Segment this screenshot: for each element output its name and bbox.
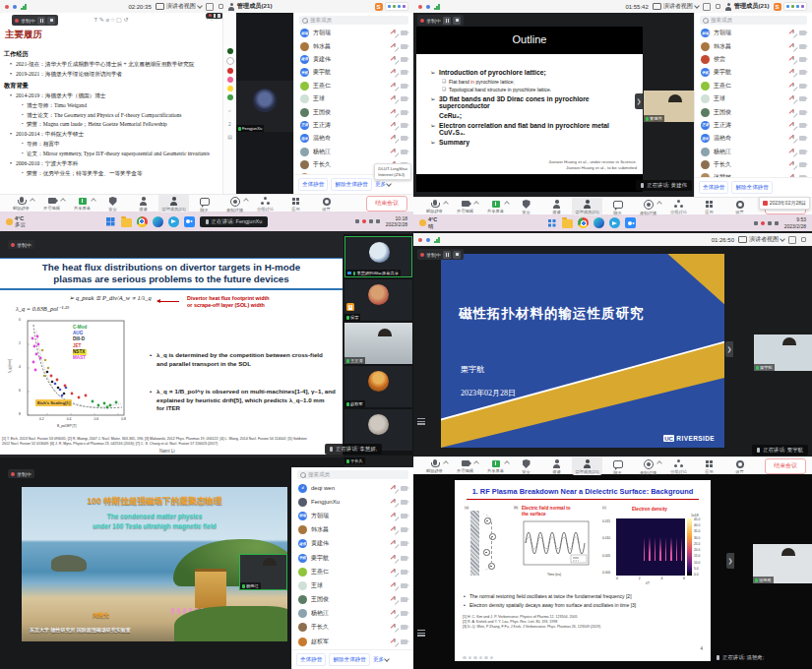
camera-off-icon[interactable] bbox=[401, 570, 407, 575]
toolbar-button[interactable]: 解除静音 bbox=[6, 194, 36, 213]
mic-off-icon[interactable] bbox=[392, 135, 397, 142]
mic-off-icon[interactable] bbox=[790, 161, 795, 168]
color-swatch[interactable] bbox=[227, 77, 233, 83]
toolbar-button[interactable]: 录制详情 bbox=[633, 197, 663, 215]
mic-off-icon[interactable] bbox=[790, 69, 795, 76]
pause-recording-button[interactable] bbox=[443, 17, 451, 25]
pause-recording-button[interactable] bbox=[37, 17, 45, 25]
camera-off-icon[interactable] bbox=[799, 96, 806, 101]
color-swatch[interactable] bbox=[227, 68, 233, 74]
camera-off-icon[interactable] bbox=[401, 123, 407, 128]
unmute-all-button[interactable]: 解除全体静音 bbox=[331, 178, 372, 191]
thumbnail-list-toggle[interactable] bbox=[417, 630, 425, 637]
search-input[interactable]: 搜索成员 bbox=[297, 470, 408, 479]
unmute-all-button[interactable]: 解除全体静音 bbox=[329, 653, 370, 666]
member-row[interactable]: 韩水昌 bbox=[695, 39, 812, 52]
sogou-input-toolbar[interactable]: S bbox=[774, 2, 808, 11]
mic-off-icon[interactable] bbox=[392, 624, 397, 631]
member-row[interactable]: 正涛 王正涛 bbox=[695, 119, 812, 132]
fullscreen-button[interactable] bbox=[788, 236, 796, 244]
color-swatch[interactable] bbox=[227, 94, 233, 100]
camera-off-icon[interactable] bbox=[799, 162, 806, 167]
toolbar-button[interactable]: 开启视频 bbox=[450, 456, 480, 475]
member-row[interactable]: 王国俊 bbox=[294, 105, 413, 118]
meeting-app-icon[interactable] bbox=[625, 217, 636, 228]
system-tray[interactable] bbox=[754, 221, 779, 225]
end-meeting-button[interactable]: 结束会议 bbox=[765, 458, 806, 474]
mic-off-icon[interactable] bbox=[790, 56, 795, 63]
mic-off-icon[interactable] bbox=[392, 43, 397, 50]
camera-off-icon[interactable] bbox=[799, 57, 806, 62]
mic-off-icon[interactable] bbox=[392, 596, 397, 603]
camera-off-icon[interactable] bbox=[799, 136, 806, 141]
camera-off-icon[interactable] bbox=[401, 500, 407, 505]
member-row[interactable]: 建伟 黄建伟 bbox=[294, 53, 413, 66]
windows-start-button[interactable] bbox=[105, 216, 116, 227]
member-row[interactable]: 宇航 栗宇航 bbox=[695, 66, 812, 79]
member-row[interactable]: 韩水昌 bbox=[292, 523, 413, 537]
file-explorer-icon[interactable] bbox=[562, 219, 573, 228]
camera-off-icon[interactable] bbox=[401, 136, 407, 141]
member-row[interactable]: 王燕仁 bbox=[292, 565, 413, 578]
camera-off-icon[interactable] bbox=[799, 30, 806, 35]
camera-off-icon[interactable] bbox=[401, 57, 407, 62]
presentation-controls[interactable] bbox=[463, 656, 493, 660]
camera-off-icon[interactable] bbox=[401, 110, 407, 115]
toolbar-button[interactable]: 分组讨论 bbox=[663, 197, 694, 215]
mic-off-icon[interactable] bbox=[392, 526, 397, 533]
member-row[interactable]: 赵权军 bbox=[292, 635, 413, 648]
camera-off-icon[interactable] bbox=[799, 44, 806, 49]
camera-off-icon[interactable] bbox=[401, 44, 407, 49]
member-row[interactable]: 建伟 黄建伟 bbox=[292, 537, 413, 551]
more-button[interactable]: 更多 bbox=[373, 656, 389, 664]
windows-start-button[interactable] bbox=[546, 217, 557, 228]
thumbnail-list-toggle[interactable] bbox=[417, 418, 425, 425]
pause-recording-button[interactable] bbox=[443, 251, 451, 259]
more-button[interactable]: 更多 bbox=[375, 181, 391, 189]
layout-selector[interactable]: 演讲者视图 bbox=[653, 2, 699, 11]
toolbar-button[interactable]: 邀请 bbox=[128, 194, 158, 213]
exit-fullscreen-button[interactable] bbox=[218, 3, 224, 10]
mic-off-icon[interactable] bbox=[392, 569, 397, 576]
sogou-input-toolbar[interactable]: S bbox=[375, 2, 409, 11]
camera-off-icon[interactable] bbox=[401, 30, 407, 35]
member-row[interactable]: 朝瑞 方朝瑞 bbox=[292, 509, 413, 522]
color-swatch[interactable] bbox=[227, 48, 233, 54]
mic-off-icon[interactable] bbox=[392, 639, 397, 645]
search-input[interactable]: 搜索成员 bbox=[700, 16, 807, 25]
mic-off-icon[interactable] bbox=[790, 30, 795, 36]
member-row[interactable]: 王燕仁 bbox=[294, 80, 413, 92]
mic-off-icon[interactable] bbox=[392, 149, 397, 155]
member-row[interactable]: 杨艳江 bbox=[294, 146, 413, 158]
toolbar-button[interactable]: 安全 bbox=[511, 197, 541, 215]
toolbar-button[interactable]: 共享屏幕 bbox=[480, 197, 511, 215]
zoom-tool-icon[interactable]: ⌕ bbox=[228, 107, 231, 114]
video-thumbnail[interactable]: 温艳奇 bbox=[753, 544, 812, 583]
search-input[interactable]: 搜索成员 bbox=[299, 16, 408, 25]
camera-off-icon[interactable] bbox=[401, 514, 407, 518]
camera-off-icon[interactable] bbox=[799, 110, 806, 115]
chrome-icon[interactable] bbox=[578, 217, 589, 228]
list-icon[interactable]: ▤ bbox=[227, 134, 232, 140]
layout-selector[interactable]: 演讲者视图 bbox=[156, 2, 202, 11]
member-row[interactable]: 于长久 bbox=[292, 621, 413, 635]
file-explorer-icon[interactable] bbox=[121, 218, 132, 227]
member-row[interactable]: 王球 bbox=[695, 92, 812, 105]
toolbar-button[interactable]: 分组讨论 bbox=[250, 194, 281, 213]
toolbar-button[interactable]: 设置 bbox=[724, 197, 755, 215]
camera-off-icon[interactable] bbox=[799, 70, 806, 75]
member-row[interactable]: 宇航 栗宇航 bbox=[292, 551, 413, 565]
color-swatch[interactable] bbox=[227, 86, 233, 91]
toolbar-button[interactable]: 管理成员(21) bbox=[158, 194, 189, 213]
member-row[interactable]: 杨艳江 bbox=[292, 607, 413, 621]
member-row[interactable]: 王球 bbox=[292, 578, 413, 592]
mic-off-icon[interactable] bbox=[392, 56, 397, 63]
mic-off-icon[interactable] bbox=[392, 69, 397, 76]
fullscreen-button[interactable] bbox=[703, 3, 711, 11]
camera-off-icon[interactable] bbox=[799, 150, 806, 154]
camera-off-icon[interactable] bbox=[401, 639, 407, 644]
annotation-color-palette[interactable]: ⌕ 2 ▤ bbox=[222, 13, 236, 194]
edge-icon[interactable] bbox=[153, 216, 163, 227]
mic-off-icon[interactable] bbox=[392, 610, 397, 617]
toolbar-button[interactable]: 设置 bbox=[724, 456, 755, 475]
